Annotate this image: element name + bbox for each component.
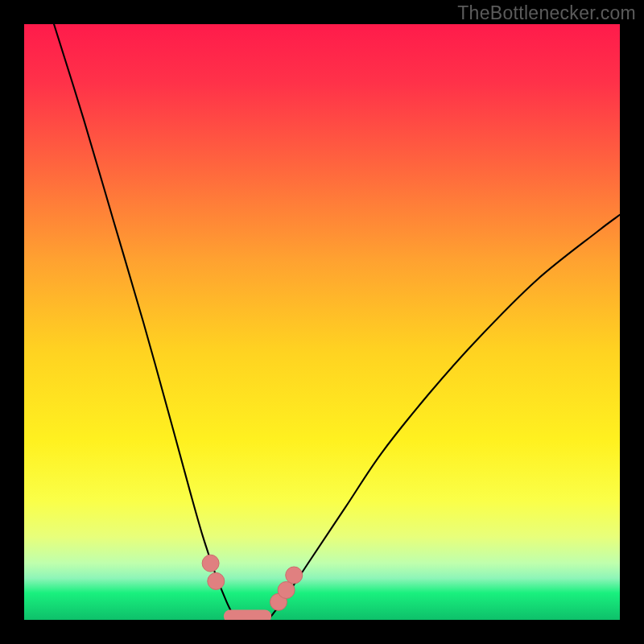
data-marker [286, 567, 303, 584]
watermark-text: TheBottleneсker.com [457, 2, 636, 24]
chart-stage: TheBottleneсker.com [0, 0, 644, 644]
data-marker [208, 572, 225, 589]
floor-segment [224, 609, 271, 622]
data-marker [202, 555, 219, 572]
plot-background [24, 24, 620, 620]
chart-svg [0, 0, 644, 644]
data-marker [278, 582, 295, 599]
